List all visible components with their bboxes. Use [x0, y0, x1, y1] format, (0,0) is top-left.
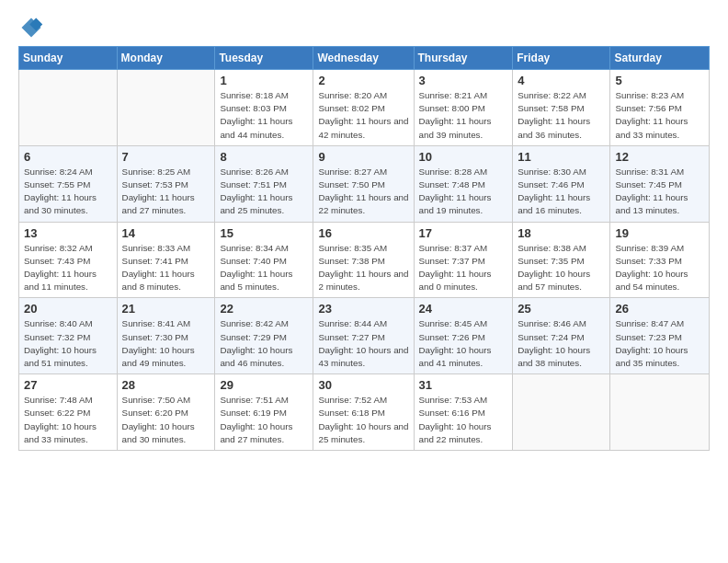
day-info: Sunrise: 8:30 AM Sunset: 7:46 PM Dayligh…	[518, 166, 605, 218]
day-info: Sunrise: 7:51 AM Sunset: 6:19 PM Dayligh…	[220, 394, 308, 446]
day-number: 1	[220, 74, 308, 87]
day-info: Sunrise: 7:52 AM Sunset: 6:18 PM Dayligh…	[318, 394, 408, 446]
day-cell: 13Sunrise: 8:32 AM Sunset: 7:43 PM Dayli…	[19, 222, 118, 298]
day-cell: 5Sunrise: 8:23 AM Sunset: 7:56 PM Daylig…	[610, 70, 710, 146]
day-info: Sunrise: 8:20 AM Sunset: 8:02 PM Dayligh…	[318, 89, 408, 142]
day-info: Sunrise: 8:24 AM Sunset: 7:55 PM Dayligh…	[24, 166, 112, 218]
day-cell: 31Sunrise: 7:53 AM Sunset: 6:16 PM Dayli…	[414, 374, 513, 451]
day-cell: 19Sunrise: 8:39 AM Sunset: 7:33 PM Dayli…	[610, 222, 710, 298]
day-info: Sunrise: 8:35 AM Sunset: 7:38 PM Dayligh…	[318, 242, 408, 294]
day-number: 16	[318, 226, 408, 240]
week-row-2: 13Sunrise: 8:32 AM Sunset: 7:43 PM Dayli…	[19, 222, 710, 298]
day-info: Sunrise: 8:44 AM Sunset: 7:27 PM Dayligh…	[318, 317, 408, 370]
day-cell: 1Sunrise: 8:18 AM Sunset: 8:03 PM Daylig…	[215, 70, 313, 146]
day-cell: 10Sunrise: 8:28 AM Sunset: 7:48 PM Dayli…	[414, 145, 513, 222]
day-number: 24	[419, 302, 508, 316]
day-number: 29	[220, 378, 308, 392]
logo-icon	[18, 15, 44, 40]
day-number: 19	[615, 226, 704, 240]
day-number: 30	[318, 378, 408, 392]
day-info: Sunrise: 7:50 AM Sunset: 6:20 PM Dayligh…	[122, 394, 210, 446]
day-number: 23	[318, 302, 408, 316]
day-number: 6	[24, 150, 112, 164]
day-number: 20	[24, 302, 112, 316]
day-cell: 25Sunrise: 8:46 AM Sunset: 7:24 PM Dayli…	[513, 298, 610, 374]
day-cell: 15Sunrise: 8:34 AM Sunset: 7:40 PM Dayli…	[215, 222, 313, 298]
day-cell: 7Sunrise: 8:25 AM Sunset: 7:53 PM Daylig…	[117, 145, 215, 222]
week-row-1: 6Sunrise: 8:24 AM Sunset: 7:55 PM Daylig…	[19, 145, 710, 222]
day-info: Sunrise: 8:25 AM Sunset: 7:53 PM Dayligh…	[122, 166, 210, 218]
day-info: Sunrise: 8:23 AM Sunset: 7:56 PM Dayligh…	[615, 89, 704, 142]
day-info: Sunrise: 7:48 AM Sunset: 6:22 PM Dayligh…	[24, 394, 112, 446]
day-info: Sunrise: 7:53 AM Sunset: 6:16 PM Dayligh…	[419, 394, 508, 446]
day-info: Sunrise: 8:32 AM Sunset: 7:43 PM Dayligh…	[24, 242, 112, 294]
day-cell	[610, 374, 710, 451]
day-cell: 4Sunrise: 8:22 AM Sunset: 7:58 PM Daylig…	[513, 70, 610, 146]
day-info: Sunrise: 8:37 AM Sunset: 7:37 PM Dayligh…	[419, 242, 508, 294]
day-cell: 2Sunrise: 8:20 AM Sunset: 8:02 PM Daylig…	[313, 70, 414, 146]
day-cell: 28Sunrise: 7:50 AM Sunset: 6:20 PM Dayli…	[117, 374, 215, 451]
logo	[18, 15, 48, 40]
page: SundayMondayTuesdayWednesdayThursdayFrid…	[0, 0, 728, 563]
weekday-tuesday: Tuesday	[215, 47, 313, 70]
day-number: 4	[518, 74, 605, 87]
weekday-sunday: Sunday	[19, 47, 118, 70]
day-number: 10	[419, 150, 508, 164]
week-row-4: 27Sunrise: 7:48 AM Sunset: 6:22 PM Dayli…	[19, 374, 710, 451]
calendar-table: SundayMondayTuesdayWednesdayThursdayFrid…	[18, 46, 710, 451]
day-cell	[117, 70, 215, 146]
day-number: 9	[318, 150, 408, 164]
day-cell: 18Sunrise: 8:38 AM Sunset: 7:35 PM Dayli…	[513, 222, 610, 298]
weekday-thursday: Thursday	[414, 47, 513, 70]
day-number: 14	[122, 226, 210, 240]
day-info: Sunrise: 8:46 AM Sunset: 7:24 PM Dayligh…	[518, 317, 605, 370]
day-info: Sunrise: 8:34 AM Sunset: 7:40 PM Dayligh…	[220, 242, 308, 294]
day-cell	[513, 374, 610, 451]
day-cell: 26Sunrise: 8:47 AM Sunset: 7:23 PM Dayli…	[610, 298, 710, 374]
day-info: Sunrise: 8:41 AM Sunset: 7:30 PM Dayligh…	[122, 317, 210, 370]
weekday-header-row: SundayMondayTuesdayWednesdayThursdayFrid…	[19, 47, 710, 70]
day-info: Sunrise: 8:39 AM Sunset: 7:33 PM Dayligh…	[615, 242, 704, 294]
day-cell	[19, 70, 118, 146]
day-info: Sunrise: 8:31 AM Sunset: 7:45 PM Dayligh…	[615, 166, 704, 218]
day-cell: 27Sunrise: 7:48 AM Sunset: 6:22 PM Dayli…	[19, 374, 118, 451]
calendar-header: SundayMondayTuesdayWednesdayThursdayFrid…	[19, 47, 710, 70]
day-cell: 9Sunrise: 8:27 AM Sunset: 7:50 PM Daylig…	[313, 145, 414, 222]
day-number: 25	[518, 302, 605, 316]
day-cell: 8Sunrise: 8:26 AM Sunset: 7:51 PM Daylig…	[215, 145, 313, 222]
weekday-wednesday: Wednesday	[313, 47, 414, 70]
day-number: 31	[419, 378, 508, 392]
day-cell: 12Sunrise: 8:31 AM Sunset: 7:45 PM Dayli…	[610, 145, 710, 222]
day-number: 18	[518, 226, 605, 240]
day-number: 26	[615, 302, 704, 316]
day-cell: 20Sunrise: 8:40 AM Sunset: 7:32 PM Dayli…	[19, 298, 118, 374]
day-cell: 11Sunrise: 8:30 AM Sunset: 7:46 PM Dayli…	[513, 145, 610, 222]
day-number: 15	[220, 226, 308, 240]
header	[18, 15, 710, 40]
day-number: 3	[419, 74, 508, 87]
day-info: Sunrise: 8:40 AM Sunset: 7:32 PM Dayligh…	[24, 317, 112, 370]
day-number: 22	[220, 302, 308, 316]
day-cell: 3Sunrise: 8:21 AM Sunset: 8:00 PM Daylig…	[414, 70, 513, 146]
day-number: 5	[615, 74, 704, 87]
day-info: Sunrise: 8:21 AM Sunset: 8:00 PM Dayligh…	[419, 89, 508, 142]
day-info: Sunrise: 8:42 AM Sunset: 7:29 PM Dayligh…	[220, 317, 308, 370]
day-cell: 16Sunrise: 8:35 AM Sunset: 7:38 PM Dayli…	[313, 222, 414, 298]
weekday-monday: Monday	[117, 47, 215, 70]
week-row-3: 20Sunrise: 8:40 AM Sunset: 7:32 PM Dayli…	[19, 298, 710, 374]
day-cell: 21Sunrise: 8:41 AM Sunset: 7:30 PM Dayli…	[117, 298, 215, 374]
day-cell: 23Sunrise: 8:44 AM Sunset: 7:27 PM Dayli…	[313, 298, 414, 374]
day-number: 28	[122, 378, 210, 392]
day-cell: 30Sunrise: 7:52 AM Sunset: 6:18 PM Dayli…	[313, 374, 414, 451]
day-number: 13	[24, 226, 112, 240]
week-row-0: 1Sunrise: 8:18 AM Sunset: 8:03 PM Daylig…	[19, 70, 710, 146]
calendar-body: 1Sunrise: 8:18 AM Sunset: 8:03 PM Daylig…	[19, 70, 710, 451]
day-number: 12	[615, 150, 704, 164]
day-number: 7	[122, 150, 210, 164]
day-number: 2	[318, 74, 408, 87]
weekday-friday: Friday	[513, 47, 610, 70]
day-info: Sunrise: 8:28 AM Sunset: 7:48 PM Dayligh…	[419, 166, 508, 218]
day-info: Sunrise: 8:47 AM Sunset: 7:23 PM Dayligh…	[615, 317, 704, 370]
day-info: Sunrise: 8:33 AM Sunset: 7:41 PM Dayligh…	[122, 242, 210, 294]
day-number: 11	[518, 150, 605, 164]
